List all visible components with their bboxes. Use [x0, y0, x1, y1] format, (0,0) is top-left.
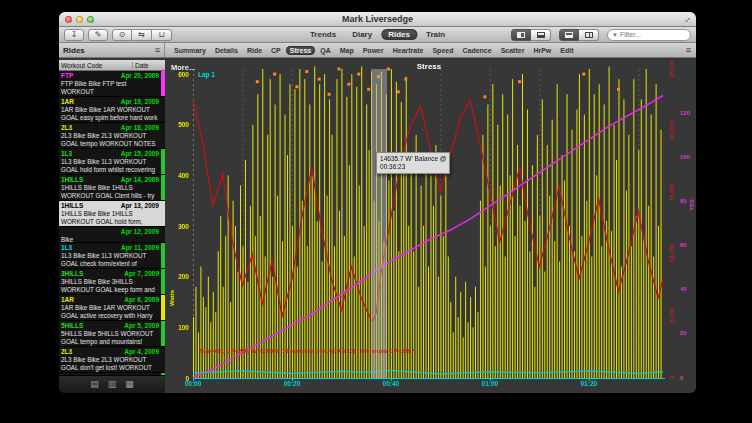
- content: Workout Code Date FTPApr 20, 2009FTP Bik…: [59, 60, 696, 393]
- grid-view-icon[interactable]: ▤: [90, 380, 99, 389]
- window-title: Mark Liversedge: [59, 12, 696, 26]
- time-tick: 01:00: [477, 380, 503, 387]
- ride-list: FTPApr 20, 2009FTP Bike Bike FTP test WO…: [59, 71, 165, 375]
- download-icon: ↧: [71, 30, 78, 39]
- tab-qa[interactable]: QA: [316, 46, 335, 55]
- minimize-window-button[interactable]: [76, 16, 83, 23]
- zoom-window-button[interactable]: [87, 16, 94, 23]
- split-icon: ⇆: [138, 30, 145, 39]
- watts-tick: 200: [165, 273, 189, 280]
- tab-details[interactable]: Details: [211, 46, 242, 55]
- view-tab-rides[interactable]: Rides: [381, 29, 417, 40]
- column-date[interactable]: Date: [133, 62, 165, 69]
- ride-row[interactable]: 3HILLSApr 7, 20093HILLS Bike Bike 3HILLS…: [59, 269, 165, 295]
- tab-heartrate[interactable]: Heartrate: [389, 46, 428, 55]
- ride-row[interactable]: 5HILLSApr 5, 20095HILLS Bike 5HILLS WORK…: [59, 321, 165, 347]
- tab-summary[interactable]: Summary: [170, 46, 210, 55]
- single-view-button[interactable]: [559, 29, 579, 41]
- tss-tick: 100: [680, 154, 694, 160]
- tiled-view-icon: [585, 32, 593, 38]
- watts-tick: 600: [165, 71, 189, 78]
- ride-row-selected[interactable]: 1HILLSApr 13, 20091HILLS Bike Bike 1HILL…: [59, 201, 165, 227]
- stress-chart: More... Stress Lap 1 0100200300400500600…: [165, 60, 696, 393]
- ride-row[interactable]: FTPApr 20, 2009FTP Bike Bike FTP test WO…: [59, 71, 165, 97]
- download-button[interactable]: ↧: [64, 29, 84, 41]
- view-tab-train[interactable]: Train: [419, 29, 452, 40]
- view-tab-trends[interactable]: Trends: [303, 29, 343, 40]
- lap-marker: Lap 1: [198, 71, 215, 78]
- delete-ride-button[interactable]: ⊔: [152, 29, 172, 41]
- ride-row[interactable]: 1L3Apr 3, 2009: [59, 373, 165, 375]
- tab-scatter[interactable]: Scatter: [497, 46, 529, 55]
- wbal-tick: 5,000: [669, 302, 675, 328]
- close-window-button[interactable]: [65, 16, 72, 23]
- traffic-lights: [65, 16, 94, 23]
- calendar-icon[interactable]: ▦: [125, 380, 134, 389]
- split-ride-button[interactable]: ⇆: [132, 29, 152, 41]
- ride-row[interactable]: 1L3Apr 11, 20091L3 Bike Bike 1L3 WORKOUT…: [59, 243, 165, 269]
- tss-tick: 120: [680, 110, 694, 116]
- tab-stress[interactable]: Stress: [286, 46, 315, 55]
- ride-row[interactable]: 1HILLSApr 14, 20091HILLS Bike Bike 1HILL…: [59, 175, 165, 201]
- stopwatch-button[interactable]: ⊙: [112, 29, 132, 41]
- sidebar-footer: ▤ ▥ ▦: [59, 375, 165, 393]
- tss-tick: 0: [680, 375, 694, 381]
- watts-axis-title: Watts: [169, 290, 175, 306]
- watts-tick: 100: [165, 324, 189, 331]
- funnel-icon: ▼: [612, 32, 618, 38]
- single-view-icon: [565, 32, 573, 38]
- ride-row[interactable]: Apr 12, 2009Bike: [59, 227, 165, 243]
- ride-row[interactable]: 1ARApr 6, 20091AR Bike Bike 1AR WORKOUTG…: [59, 295, 165, 321]
- chart-title: Stress: [193, 62, 665, 71]
- tiled-view-button[interactable]: [579, 29, 599, 41]
- tab-cp[interactable]: CP: [267, 46, 285, 55]
- bottombar-toggle-button[interactable]: [531, 29, 551, 41]
- ride-row[interactable]: 2L3Apr 4, 20092L3 Bike Bike 2L3 WORKOUTG…: [59, 347, 165, 373]
- wbal-tick: 0: [669, 364, 675, 390]
- tab-speed[interactable]: Speed: [428, 46, 457, 55]
- sidebar-header: Rides ≡: [59, 43, 165, 57]
- wbal-tick: 15,000: [669, 179, 675, 205]
- watts-tick: 300: [165, 223, 189, 230]
- tss-tick: 20: [680, 330, 694, 336]
- tab-ride[interactable]: Ride: [243, 46, 266, 55]
- sidebar-toggle-button[interactable]: [511, 29, 531, 41]
- tab-power[interactable]: Power: [359, 46, 388, 55]
- tab-map[interactable]: Map: [336, 46, 358, 55]
- view-switcher: Trends Diary Rides Train: [303, 29, 452, 40]
- bottombar-icon: [537, 32, 545, 38]
- chart-tabs: Summary Details Ride CP Stress QA Map Po…: [165, 43, 681, 57]
- tooltip-time: 00:36:23: [380, 163, 446, 171]
- trash-icon: ⊔: [158, 30, 164, 39]
- tab-edit[interactable]: Edit: [556, 46, 577, 55]
- ride-row[interactable]: 1L3Apr 15, 20091L3 Bike Bike 1L3 WORKOUT…: [59, 149, 165, 175]
- desktop: Mark Liversedge ↔ ↧ ✎ ⊙ ⇆ ⊔ Trends Diary…: [0, 0, 752, 423]
- edit-icon: ✎: [95, 30, 102, 39]
- filter-input[interactable]: [620, 31, 680, 38]
- column-workout-code[interactable]: Workout Code: [59, 62, 133, 69]
- tab-cadence[interactable]: Cadence: [458, 46, 495, 55]
- chart-tabbar: Rides ≡ Summary Details Ride CP Stress Q…: [59, 43, 696, 58]
- list-header[interactable]: Workout Code Date: [59, 60, 165, 71]
- tss-tick: 40: [680, 286, 694, 292]
- titlebar[interactable]: Mark Liversedge ↔: [59, 12, 696, 27]
- app-window: Mark Liversedge ↔ ↧ ✎ ⊙ ⇆ ⊔ Trends Diary…: [59, 12, 696, 393]
- wbal-tick: 10,000: [669, 240, 675, 266]
- chart-canvas[interactable]: [165, 60, 696, 393]
- tss-axis-title: TSS: [689, 199, 695, 211]
- sidebar-menu-icon[interactable]: ≡: [155, 45, 160, 55]
- ride-row[interactable]: 1ARApr 19, 20091AR Bike Bike 1AR WORKOUT…: [59, 97, 165, 123]
- view-tab-diary[interactable]: Diary: [345, 29, 379, 40]
- watts-tick: 400: [165, 172, 189, 179]
- folder-icon[interactable]: ▥: [108, 380, 117, 389]
- ride-row[interactable]: 2L3Apr 18, 20092L3 Bike Bike 2L3 WORKOUT…: [59, 123, 165, 149]
- ride-sidebar: Workout Code Date FTPApr 20, 2009FTP Bik…: [59, 60, 165, 393]
- tooltip-value: 14635.7 W' Balance @: [380, 155, 446, 163]
- sidebar-icon: [517, 32, 525, 38]
- tab-hrpw[interactable]: HrPw: [529, 46, 555, 55]
- manual-entry-button[interactable]: ✎: [88, 29, 108, 41]
- chart-menu-icon[interactable]: ≡: [686, 45, 691, 55]
- wbal-tick: 20,000: [669, 117, 675, 143]
- chart-tooltip: 14635.7 W' Balance @ 00:36:23: [376, 152, 450, 174]
- main-toolbar: ↧ ✎ ⊙ ⇆ ⊔ Trends Diary Rides Train: [59, 27, 696, 43]
